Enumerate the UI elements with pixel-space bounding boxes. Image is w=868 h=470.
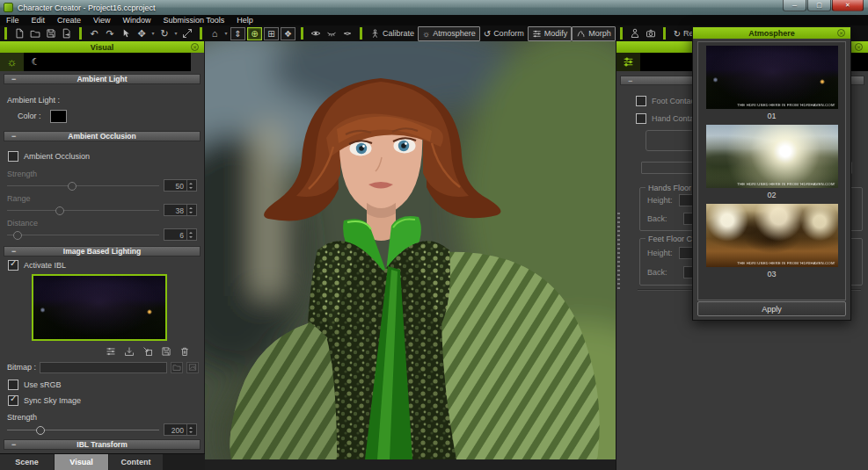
atmosphere-preset-01[interactable]: THE HDRI USED HERE IS FROM 'HDRIHAVEN.CO…: [703, 46, 841, 120]
visual-panel-header[interactable]: Visual ✕: [0, 41, 204, 53]
toolbar-separator: [301, 27, 303, 40]
menu-create[interactable]: Create: [51, 16, 87, 25]
close-button[interactable]: ✕: [832, 0, 864, 11]
foot-contact-checkbox[interactable]: Foot Contact: [636, 96, 697, 106]
tab-content[interactable]: Content: [109, 454, 163, 470]
section-ibl-transform[interactable]: − IBL Transform: [4, 439, 201, 450]
modify-button[interactable]: Modify: [528, 26, 573, 41]
camera-home-icon[interactable]: ⌂: [207, 27, 222, 40]
bitmap-image-icon[interactable]: [186, 362, 199, 373]
load-icon[interactable]: [122, 345, 136, 357]
maximize-button[interactable]: ▢: [807, 0, 831, 11]
slider-handle[interactable]: [13, 231, 22, 240]
viewport-3d[interactable]: [205, 41, 616, 459]
bitmap-input[interactable]: [40, 362, 167, 373]
spin-down-icon[interactable]: [187, 185, 196, 191]
slider-track[interactable]: [7, 423, 159, 436]
conform-icon: ↺: [484, 29, 491, 39]
orbit-view-icon[interactable]: ❖: [281, 27, 295, 40]
camera-icon[interactable]: [643, 27, 659, 40]
slider-track[interactable]: [7, 228, 159, 241]
preset-id: 01: [703, 112, 841, 120]
focus-view-icon[interactable]: ⊕: [247, 27, 262, 40]
menu-file[interactable]: File: [0, 16, 26, 25]
tab-visual[interactable]: Visual: [55, 454, 108, 470]
minimize-button[interactable]: ─: [783, 0, 806, 11]
tab-adjust[interactable]: [616, 53, 640, 71]
slider-handle[interactable]: [55, 206, 64, 215]
save-icon[interactable]: [159, 345, 173, 357]
move-icon[interactable]: ✥: [134, 27, 150, 40]
menu-submission-tools[interactable]: Submission Tools: [157, 16, 230, 25]
menu-help[interactable]: Help: [230, 16, 259, 25]
close-icon[interactable]: ✕: [855, 43, 863, 51]
atmosphere-preset-03[interactable]: THE HDRI USED HERE IS FROM 'HDRIHAVEN.CO…: [703, 204, 841, 278]
preset-thumbnail[interactable]: THE HDRI USED HERE IS FROM 'HDRIHAVEN.CO…: [706, 125, 838, 188]
spin-down-icon[interactable]: [187, 235, 196, 240]
undo-icon[interactable]: ↶: [86, 27, 102, 40]
tab-shadow[interactable]: ☾: [24, 53, 47, 71]
tab-light[interactable]: ☼: [0, 53, 24, 71]
ambient-color-swatch[interactable]: [50, 110, 67, 123]
use-srgb-checkbox[interactable]: Use sRGB: [8, 380, 62, 390]
morph-button[interactable]: Morph: [572, 26, 616, 41]
spin-down-icon[interactable]: [187, 210, 196, 215]
ao-range-value[interactable]: 38: [164, 204, 197, 216]
menu-edit[interactable]: Edit: [26, 16, 52, 25]
rotate-dropdown-icon[interactable]: ▾: [172, 27, 179, 40]
camera-dropdown-icon[interactable]: ▾: [222, 27, 230, 40]
atmosphere-panel-header[interactable]: Atmosphere ✕: [693, 27, 850, 39]
adjust-icon[interactable]: [104, 345, 118, 357]
slider-handle[interactable]: [36, 426, 45, 435]
conform-button[interactable]: ↺ Conform: [480, 27, 528, 40]
scale-icon[interactable]: [179, 27, 195, 40]
new-file-icon[interactable]: [11, 27, 27, 40]
titlebar[interactable]: Character Creator - Project16.ccproject …: [0, 0, 868, 15]
sync-sky-image-checkbox[interactable]: Sync Sky Image: [8, 395, 81, 406]
select-icon[interactable]: [118, 27, 134, 40]
export-image-icon[interactable]: [59, 27, 75, 40]
ibl-strength-value[interactable]: 200: [164, 423, 197, 436]
pan-view-icon[interactable]: ⇕: [230, 27, 245, 40]
rotate-icon[interactable]: ↻: [157, 27, 172, 40]
grid-view-icon[interactable]: ⊞: [264, 27, 279, 40]
import-icon[interactable]: [141, 345, 155, 357]
section-ambient-light[interactable]: − Ambient Light: [4, 74, 201, 84]
slider-handle[interactable]: [68, 182, 77, 191]
close-icon[interactable]: ✕: [191, 43, 199, 51]
save-project-icon[interactable]: [43, 27, 59, 40]
eye-icon[interactable]: [308, 27, 324, 40]
ao-distance-value[interactable]: 6: [164, 228, 197, 241]
visual-panel-title: Visual: [91, 43, 113, 52]
preset-id: 02: [703, 191, 841, 199]
slider-track[interactable]: [7, 179, 159, 192]
menu-view[interactable]: View: [87, 16, 116, 25]
apply-button[interactable]: Apply: [697, 301, 846, 316]
section-image-based-lighting[interactable]: − Image Based Lighting: [4, 246, 201, 257]
avatar-icon[interactable]: [627, 27, 643, 40]
ambient-occlusion-checkbox[interactable]: Ambient Occlusion: [8, 151, 90, 162]
eyelash-icon[interactable]: [324, 27, 339, 40]
spin-down-icon[interactable]: [187, 430, 196, 435]
preset-thumbnail[interactable]: THE HDRI USED HERE IS FROM 'HDRIHAVEN.CO…: [706, 204, 838, 267]
atmosphere-button[interactable]: ☼ Atmosphere: [418, 26, 480, 41]
move-dropdown-icon[interactable]: ▾: [150, 27, 157, 40]
browse-folder-icon[interactable]: [171, 362, 183, 373]
delete-icon[interactable]: [178, 345, 192, 357]
open-project-icon[interactable]: [27, 27, 43, 40]
slider-track[interactable]: [7, 204, 159, 216]
mouth-icon[interactable]: [339, 27, 355, 40]
tab-scene[interactable]: Scene: [0, 454, 54, 470]
ao-strength-value[interactable]: 50: [164, 179, 197, 192]
section-ambient-occlusion[interactable]: − Ambient Occlusion: [4, 131, 201, 141]
panel-resize-grip[interactable]: [617, 213, 620, 292]
redo-icon[interactable]: ↷: [102, 27, 118, 40]
ibl-thumbnail[interactable]: [32, 274, 167, 341]
menu-window[interactable]: Window: [116, 16, 157, 25]
calibrate-button[interactable]: Calibrate: [367, 27, 418, 40]
activate-ibl-checkbox[interactable]: Activate IBL: [8, 260, 66, 271]
atmosphere-preset-02[interactable]: THE HDRI USED HERE IS FROM 'HDRIHAVEN.CO…: [703, 125, 841, 199]
preset-thumbnail[interactable]: THE HDRI USED HERE IS FROM 'HDRIHAVEN.CO…: [706, 46, 838, 109]
close-icon[interactable]: ✕: [837, 29, 845, 37]
hand-contact-checkbox[interactable]: Hand Contact: [636, 113, 700, 124]
